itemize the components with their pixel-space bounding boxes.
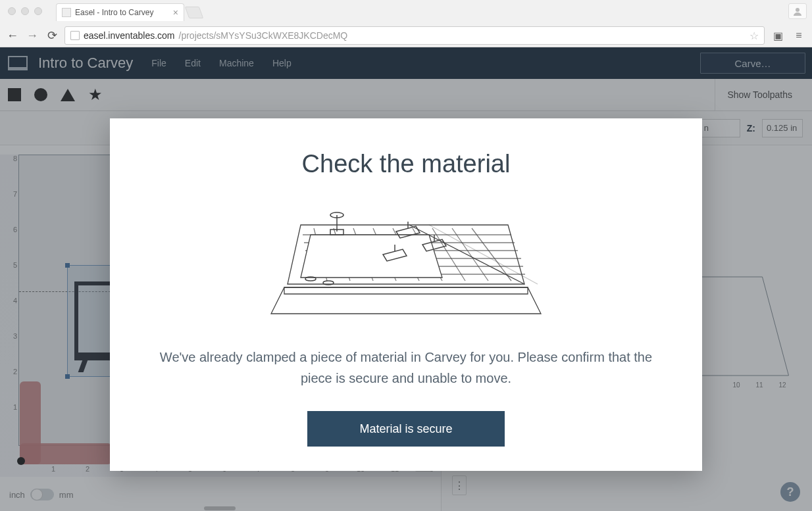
clamp-illustration-icon — [265, 195, 547, 327]
traffic-max-icon[interactable] — [34, 7, 42, 15]
forward-button[interactable]: → — [25, 28, 39, 43]
traffic-min-icon[interactable] — [21, 7, 29, 15]
tab-title: Easel - Intro to Carvey — [75, 8, 153, 17]
favicon-icon — [62, 8, 71, 17]
window-traffic-lights — [8, 7, 42, 15]
cast-icon[interactable]: ▣ — [770, 28, 786, 43]
url-path: /projects/sMYsYSu3CkWXE8JKCDecMQ — [179, 30, 348, 41]
address-bar[interactable]: easel.inventables.com/projects/sMYsYSu3C… — [64, 26, 765, 45]
modal-body: We've already clamped a piece of materia… — [149, 347, 663, 389]
modal-title: Check the material — [149, 150, 663, 178]
browser-chrome: Easel - Intro to Carvey × ← → ⟳ easel.in… — [0, 0, 812, 47]
check-material-modal: Check the material — [110, 118, 702, 471]
profile-button[interactable] — [788, 3, 807, 19]
reload-button[interactable]: ⟳ — [45, 28, 59, 43]
material-secure-button[interactable]: Material is secure — [307, 411, 505, 447]
svg-point-0 — [796, 8, 799, 12]
address-row: ← → ⟳ easel.inventables.com/projects/sMY… — [0, 24, 812, 47]
tab-close-icon[interactable]: × — [173, 7, 178, 18]
modal-overlay[interactable]: Check the material — [0, 47, 812, 511]
svg-marker-5 — [301, 235, 442, 278]
url-host: easel.inventables.com — [84, 30, 175, 41]
bookmark-star-icon[interactable]: ☆ — [749, 30, 759, 42]
browser-tab[interactable]: Easel - Intro to Carvey × — [56, 3, 184, 21]
page-icon — [70, 31, 80, 40]
new-tab-button[interactable] — [185, 7, 204, 18]
svg-marker-2 — [271, 287, 541, 314]
svg-marker-3 — [284, 287, 528, 294]
back-button[interactable]: ← — [5, 28, 20, 43]
traffic-close-icon[interactable] — [8, 7, 16, 15]
menu-icon[interactable]: ≡ — [791, 28, 807, 43]
